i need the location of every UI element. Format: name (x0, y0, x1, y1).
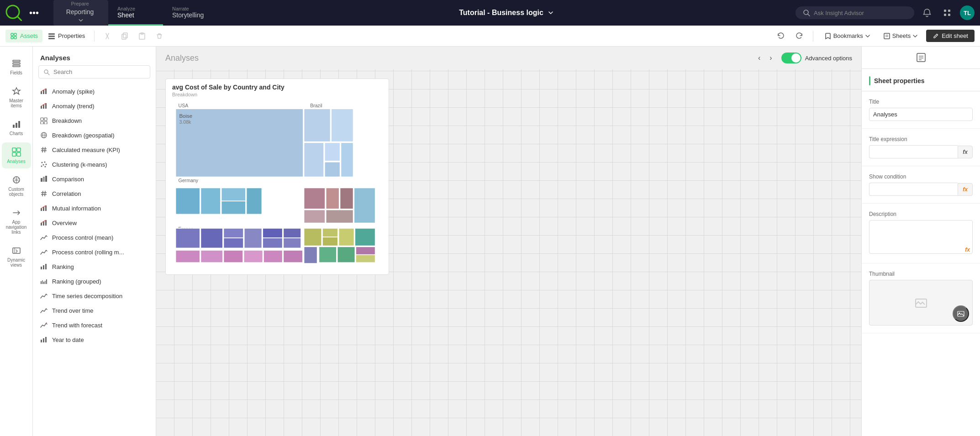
svg-rect-124 (355, 228, 375, 246)
undo-button[interactable] (774, 29, 788, 43)
redo-button[interactable] (792, 29, 806, 43)
sidebar-item-fields[interactable]: Fields (2, 54, 31, 80)
nav-tabs: Prepare Reporting Analyze Sheet Narrate … (53, 0, 218, 26)
svg-point-57 (42, 162, 43, 163)
title-input[interactable] (869, 108, 973, 121)
app-title[interactable]: Tutorial - Business logic (221, 9, 792, 17)
thumbnail-upload-button[interactable] (953, 305, 969, 322)
description-fx-button[interactable]: fx (965, 247, 970, 253)
svg-text:Boise: Boise (179, 113, 192, 119)
advanced-options-toggle[interactable] (781, 53, 801, 63)
user-avatar[interactable]: TL (960, 5, 975, 20)
list-item[interactable]: Clustering (k-means) (33, 157, 156, 172)
sidebar-item-custom-objects[interactable]: Custom objects (2, 170, 31, 201)
list-item[interactable]: Trend over time (33, 303, 156, 318)
bookmarks-button[interactable]: Bookmarks (820, 30, 875, 42)
svg-rect-43 (41, 106, 42, 109)
svg-rect-129 (244, 250, 263, 263)
description-input[interactable] (869, 220, 973, 254)
panel-title: Analyses (33, 47, 156, 65)
svg-rect-45 (45, 103, 47, 109)
fields-icon (11, 58, 21, 68)
properties-button[interactable]: Properties (43, 30, 90, 42)
description-section: Description fx (862, 204, 980, 263)
svg-rect-115 (244, 228, 262, 248)
tab-analyze[interactable]: Analyze Sheet (108, 0, 163, 26)
svg-rect-106 (326, 188, 339, 209)
sidebar-item-charts[interactable]: Charts (2, 115, 31, 141)
chevron-down-icon (865, 33, 870, 39)
list-item[interactable]: Trend with forecast (33, 318, 156, 332)
sidebar-item-analyses[interactable]: Analyses (2, 142, 31, 168)
list-item[interactable]: Anomaly (spike) (33, 84, 156, 99)
paste-icon (138, 32, 146, 40)
svg-rect-18 (122, 34, 126, 39)
svg-rect-121 (322, 228, 338, 237)
list-item[interactable]: Overview (33, 215, 156, 230)
dots-menu[interactable]: ••• (26, 6, 42, 20)
list-item[interactable]: Calculated measure (KPI) (33, 142, 156, 157)
bar-trend-icon-2 (40, 102, 47, 110)
assets-button[interactable]: Assets (5, 30, 42, 42)
copy-button[interactable] (116, 30, 133, 42)
svg-rect-17 (123, 33, 127, 38)
notifications-button[interactable] (920, 5, 934, 20)
svg-line-54 (45, 147, 45, 152)
list-item[interactable]: Mutual information (33, 201, 156, 215)
list-item[interactable]: Comparison (33, 172, 156, 186)
sheets-button[interactable]: Sheets (879, 30, 922, 42)
svg-line-53 (42, 147, 43, 152)
edit-sheet-button[interactable]: Edit sheet (926, 30, 975, 42)
search-input[interactable] (53, 68, 145, 75)
grid-icon (943, 8, 952, 17)
prev-arrow[interactable]: ‹ (754, 52, 764, 64)
list-item[interactable]: Process control (mean) (33, 230, 156, 245)
undo-icon (777, 32, 785, 40)
trend-forecast-icon (40, 321, 47, 329)
list-item[interactable]: Anomaly (trend) (33, 99, 156, 113)
cut-button[interactable] (99, 30, 116, 42)
list-item[interactable]: Year to date (33, 332, 156, 347)
list-item[interactable]: Ranking (grouped) (33, 274, 156, 289)
svg-rect-65 (45, 176, 47, 182)
svg-rect-135 (356, 255, 375, 263)
svg-rect-28 (16, 123, 17, 128)
paste-button[interactable] (134, 30, 150, 42)
apps-grid-button[interactable] (940, 5, 954, 20)
svg-rect-105 (304, 188, 325, 209)
show-condition-input[interactable] (869, 183, 958, 196)
edit-actions (99, 30, 168, 42)
delete-button[interactable] (151, 30, 168, 42)
sidebar-item-master-items[interactable]: Master items (2, 82, 31, 113)
svg-rect-102 (221, 188, 246, 201)
svg-rect-103 (221, 201, 246, 214)
cut-icon (104, 32, 111, 40)
svg-rect-110 (354, 188, 375, 223)
list-item[interactable]: Breakdown (33, 113, 156, 128)
title-label: Title (869, 99, 973, 105)
sidebar-item-dynamic-views[interactable]: Dynamic views (2, 241, 31, 272)
list-item[interactable]: Breakdown (geospatial) (33, 128, 156, 142)
top-right: Ask Insight Advisor TL (796, 5, 975, 20)
list-item[interactable]: Ranking (33, 259, 156, 274)
list-item[interactable]: Correlation (33, 186, 156, 201)
tab-prepare[interactable]: Prepare Reporting (53, 0, 108, 26)
title-expression-input[interactable] (869, 145, 958, 158)
line-trend-2-icon (40, 248, 47, 256)
show-condition-fx-button[interactable]: fx (958, 183, 973, 196)
svg-rect-5 (948, 10, 950, 12)
delete-icon (156, 32, 163, 40)
toolbar-divider-1 (94, 31, 95, 42)
sidebar-item-nav-links[interactable]: App navigation links (2, 203, 31, 239)
list-item[interactable]: Process control (rolling m... (33, 245, 156, 259)
search-bar[interactable]: Ask Insight Advisor (796, 6, 914, 19)
next-arrow[interactable]: › (766, 52, 775, 64)
svg-rect-25 (13, 63, 20, 64)
tab-narrate[interactable]: Narrate Storytelling (163, 0, 218, 26)
list-item[interactable]: Time series decomposition (33, 289, 156, 303)
svg-rect-79 (41, 281, 42, 284)
title-expression-fx-button[interactable]: fx (958, 146, 973, 158)
hash-icon (40, 146, 47, 153)
svg-rect-91 (176, 109, 303, 177)
edit-icon (933, 33, 939, 39)
